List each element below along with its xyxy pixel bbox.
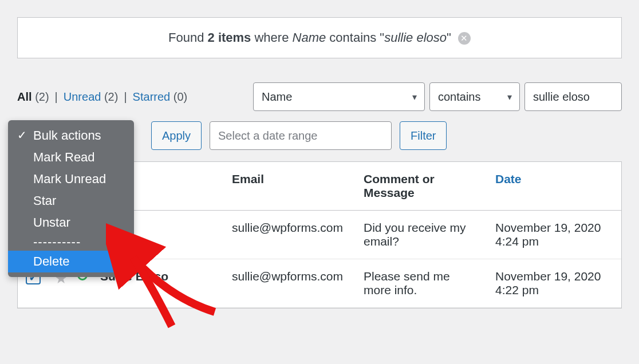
filter-starred[interactable]: Starred (0) (133, 90, 188, 104)
bulk-option-bulk-actions[interactable]: Bulk actions (8, 125, 134, 147)
search-verb: contains " (326, 30, 384, 45)
bulk-option-mark-unread[interactable]: Mark Unread (8, 168, 134, 190)
clear-search-icon[interactable]: ✕ (458, 32, 471, 45)
col-header-comment[interactable]: Comment or Message (356, 162, 487, 211)
search-term: sullie eloso (384, 30, 447, 45)
filter-unread[interactable]: Unread (2) (64, 90, 119, 104)
col-header-email[interactable]: Email (224, 162, 356, 211)
cell-email: sullie@wpforms.com (224, 211, 356, 259)
bulk-divider: ---------- (8, 234, 134, 251)
field-select[interactable]: Name (253, 82, 425, 111)
search-field: Name (293, 30, 326, 45)
bulk-actions-dropdown[interactable]: Bulk actions Mark Read Mark Unread Star … (8, 120, 134, 277)
cell-email: sullie@wpforms.com (224, 259, 356, 308)
col-header-date[interactable]: Date (487, 162, 621, 211)
search-value-input[interactable] (524, 82, 622, 111)
search-prefix: Found (168, 30, 208, 45)
search-count: 2 items (208, 30, 251, 45)
status-filter-links: All (2) | Unread (2) | Starred (0) (17, 90, 187, 104)
bulk-option-mark-read[interactable]: Mark Read (8, 147, 134, 168)
cell-date: November 19, 2020 4:22 pm (487, 259, 621, 308)
filter-all[interactable]: All (2) (17, 90, 49, 104)
cell-comment: Please send me more info. (356, 259, 487, 308)
filter-button[interactable]: Filter (400, 121, 447, 150)
search-results-banner: Found 2 items where Name contains "sulli… (17, 17, 622, 58)
search-middle: where (251, 30, 292, 45)
cell-comment: Did you receive my email? (356, 211, 487, 259)
apply-button[interactable]: Apply (151, 121, 202, 150)
separator: | (124, 90, 127, 104)
bulk-option-delete[interactable]: Delete (8, 251, 134, 272)
bulk-option-star[interactable]: Star (8, 190, 134, 212)
bulk-option-unstar[interactable]: Unstar (8, 212, 134, 234)
separator: | (55, 90, 58, 104)
cell-date: November 19, 2020 4:24 pm (487, 211, 621, 259)
search-suffix: " (447, 30, 451, 45)
comparator-select[interactable]: contains (429, 82, 520, 111)
date-range-input[interactable] (210, 121, 392, 150)
